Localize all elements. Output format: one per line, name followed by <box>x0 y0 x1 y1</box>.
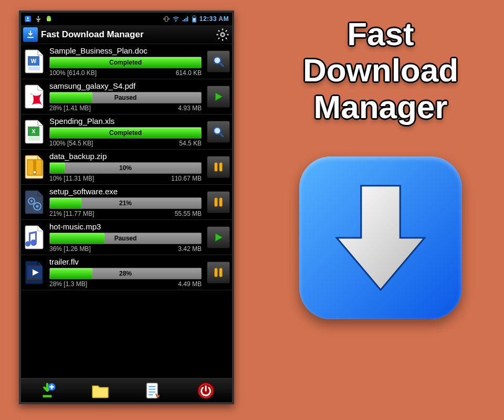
svg-rect-6 <box>194 16 195 16</box>
download-row[interactable]: setup_software.exe21%21% [11.77 MB]55.55… <box>21 185 232 220</box>
app-title: Fast Download Manager <box>41 29 212 40</box>
android-debug-icon <box>45 15 52 23</box>
magnifier-icon <box>212 125 225 139</box>
resume-button[interactable] <box>207 226 230 248</box>
progress-right-text: 4.49 MB <box>178 280 202 288</box>
progress-label: Paused <box>50 233 201 244</box>
add-download-icon <box>38 382 56 400</box>
svg-point-2 <box>49 17 50 18</box>
progress-left-text: 36% [1.26 MB] <box>49 245 91 253</box>
folder-icon <box>91 383 110 398</box>
play-icon <box>212 90 225 103</box>
download-row[interactable]: samsung_galaxy_S4.pdfPaused28% [1.41 MB]… <box>21 79 232 114</box>
progress-bar: Completed <box>49 127 202 139</box>
download-info: setup_software.exe21%21% [11.77 MB]55.55… <box>49 187 202 217</box>
svg-point-4 <box>175 21 176 22</box>
add-download-button[interactable] <box>36 381 58 401</box>
battery-icon <box>191 15 197 23</box>
gear-icon <box>215 27 230 42</box>
svg-rect-11 <box>28 67 40 70</box>
svg-rect-27 <box>219 198 223 207</box>
download-filename: setup_software.exe <box>49 187 202 196</box>
download-info: Spending_Plan.xlsCompleted100% [54.5 KB]… <box>49 117 202 147</box>
open-button[interactable] <box>207 121 230 143</box>
resume-button[interactable] <box>207 86 230 108</box>
svg-point-24 <box>30 200 33 202</box>
download-info: Sample_Business_Plan.docCompleted100% [6… <box>49 46 202 77</box>
svg-rect-31 <box>215 268 218 277</box>
progress-left-text: 28% [1.3 MB] <box>49 280 87 288</box>
progress-bar: Paused <box>49 92 202 103</box>
bottom-toolbar <box>21 378 232 402</box>
pause-icon <box>213 161 224 173</box>
download-row[interactable]: hot-music.mp3Paused36% [1.26 MB]3.42 MB <box>21 220 232 255</box>
xls-icon: X <box>23 118 46 145</box>
download-info: hot-music.mp3Paused36% [1.26 MB]3.42 MB <box>49 222 202 253</box>
progress-left-text: 28% [1.41 MB] <box>49 104 91 112</box>
svg-text:X: X <box>32 128 36 134</box>
open-button[interactable] <box>207 50 230 72</box>
download-list[interactable]: WSample_Business_Plan.docCompleted100% [… <box>21 44 232 380</box>
progress-left-text: 100% [54.5 KB] <box>49 140 93 147</box>
svg-text:W: W <box>31 58 37 64</box>
cell-signal-icon <box>182 15 189 23</box>
usb-icon <box>35 15 42 23</box>
progress-bar: 10% <box>49 162 202 174</box>
progress-right-text: 3.42 MB <box>178 245 202 253</box>
download-row[interactable]: data_backup.zip10%10% [11.31 MB]110.67 M… <box>21 150 232 185</box>
progress-label: 21% <box>50 198 201 208</box>
status-clock: 12:33 AM <box>200 15 229 23</box>
file-browser-button[interactable] <box>89 381 111 401</box>
power-button[interactable] <box>195 381 217 401</box>
magnifier-icon <box>212 55 225 68</box>
zip-icon <box>23 153 46 181</box>
download-filename: data_backup.zip <box>49 152 202 161</box>
progress-right-text: 614.0 KB <box>176 69 202 77</box>
app-logo-icon <box>23 27 38 42</box>
svg-rect-30 <box>27 278 42 280</box>
download-filename: trailer.flv <box>49 257 202 266</box>
download-filename: hot-music.mp3 <box>49 222 202 231</box>
download-filename: samsung_galaxy_S4.pdf <box>49 81 202 90</box>
download-info: samsung_galaxy_S4.pdfPaused28% [1.41 MB]… <box>49 81 202 112</box>
svg-rect-15 <box>28 137 40 141</box>
progress-left-text: 100% [614.0 KB] <box>49 69 97 77</box>
pdf-icon <box>23 83 46 110</box>
task-list-icon <box>144 382 161 400</box>
download-info: data_backup.zip10%10% [11.31 MB]110.67 M… <box>49 152 202 182</box>
doc-word-icon: W <box>23 48 46 75</box>
progress-label: 28% <box>50 268 201 279</box>
svg-rect-32 <box>219 268 223 277</box>
progress-bar: 21% <box>49 197 202 209</box>
download-row[interactable]: trailer.flv28%28% [1.3 MB]4.49 MB <box>21 255 232 290</box>
progress-label: Completed <box>50 57 201 68</box>
svg-rect-21 <box>219 163 223 172</box>
svg-point-8 <box>221 33 225 36</box>
video-icon <box>23 259 46 286</box>
svg-rect-29 <box>27 265 42 267</box>
play-icon <box>212 231 225 244</box>
download-arrow-icon <box>299 156 462 319</box>
progress-right-text: 4.93 MB <box>178 104 202 112</box>
svg-rect-3 <box>165 16 167 21</box>
svg-rect-26 <box>215 198 218 207</box>
promo-title: Fast Download Manager <box>257 16 504 125</box>
pause-icon <box>213 266 224 279</box>
progress-left-text: 10% [11.31 MB] <box>49 175 94 182</box>
power-icon <box>197 382 215 400</box>
pause-button[interactable] <box>207 191 230 213</box>
download-icon <box>24 15 32 23</box>
pause-button[interactable] <box>207 261 230 284</box>
svg-rect-20 <box>215 163 218 172</box>
download-filename: Spending_Plan.xls <box>49 117 202 125</box>
download-row[interactable]: WSample_Business_Plan.docCompleted100% [… <box>21 44 232 79</box>
progress-bar: 28% <box>49 268 202 279</box>
progress-right-text: 110.67 MB <box>171 175 202 182</box>
settings-button[interactable] <box>215 27 230 42</box>
task-list-button[interactable] <box>142 381 164 401</box>
download-filename: Sample_Business_Plan.doc <box>49 46 202 55</box>
mp3-icon <box>23 224 46 251</box>
status-bar: 12:33 AM <box>21 13 232 25</box>
download-row[interactable]: XSpending_Plan.xlsCompleted100% [54.5 KB… <box>21 114 232 150</box>
pause-button[interactable] <box>207 156 230 178</box>
